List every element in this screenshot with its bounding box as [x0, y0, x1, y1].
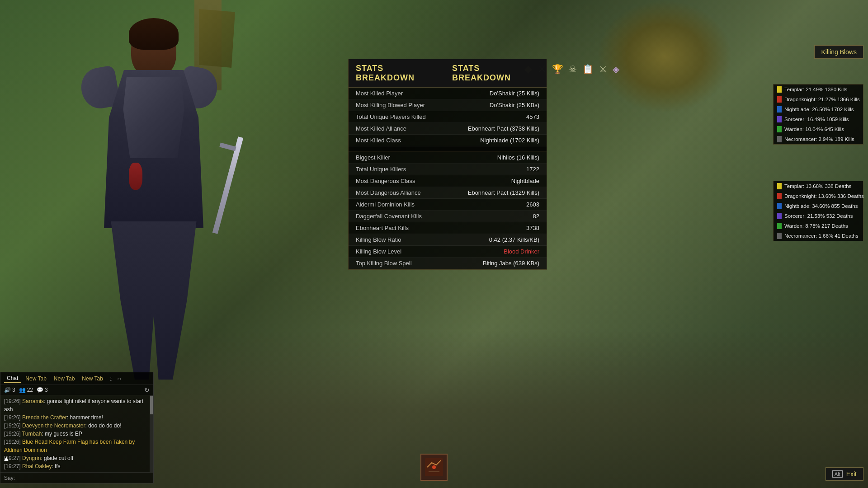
- chat-tab-2[interactable]: New Tab: [51, 375, 77, 383]
- messages-icon: 💬: [37, 387, 43, 393]
- kills-chart-label: Templar: 21.49% 1380 Kills: [784, 87, 847, 92]
- chat-tab-3[interactable]: New Tab: [79, 375, 105, 383]
- kills-chart-color: [777, 86, 782, 93]
- stats-row-label: Top Killing Blow Spell: [356, 260, 412, 267]
- exit-button[interactable]: Alt Exit: [826, 467, 863, 481]
- stats-panel: STATS BREAKDOWN STATS BREAKDOWN Most Kil…: [348, 59, 547, 270]
- chat-status-group-count: 22: [27, 387, 33, 393]
- chat-status-messages-count: 3: [45, 387, 48, 393]
- chat-input[interactable]: [17, 474, 150, 481]
- stats-title-1: STATS BREAKDOWN: [356, 64, 443, 83]
- deaths-chart-label: Templar: 13.68% 338 Deaths: [784, 183, 851, 189]
- stats-row-value: 0.42 (2.37 Kills/KB): [489, 236, 539, 243]
- deaths-chart-row: Necromancer: 1.66% 41 Deaths: [774, 231, 863, 241]
- chat-status-audio: 🔊 3: [4, 387, 15, 393]
- stats-header: STATS BREAKDOWN STATS BREAKDOWN: [349, 59, 547, 88]
- stats-row-value: Ebonheart Pact (3738 Kills): [468, 125, 539, 132]
- stats-row: Ebonheart Pact Kills3738: [349, 222, 547, 234]
- stats-row-value: Nihilos (16 Kills): [497, 154, 539, 161]
- svg-point-1: [432, 465, 436, 469]
- stats-row: Killing Blow LevelBlood Drinker: [349, 246, 547, 258]
- stats-title-2: STATS BREAKDOWN: [452, 64, 539, 83]
- stats-row-value: Ebonheart Pact (1329 Kills): [468, 189, 539, 196]
- chat-panel: Chat New Tab New Tab New Tab ↕ ↔ 🔊 3 👥 2…: [0, 372, 154, 483]
- deaths-chart-row: Warden: 8.78% 217 Deaths: [774, 221, 863, 231]
- chat-tab-chat[interactable]: Chat: [4, 374, 21, 383]
- stats-row-label: Killing Blow Level: [356, 248, 401, 255]
- kills-chart-row: Necromancer: 2.94% 189 Kills: [774, 134, 863, 144]
- chat-scrollbar[interactable]: [150, 395, 153, 472]
- nav-gem-icon[interactable]: ◈: [613, 64, 619, 75]
- chat-tabs: Chat New Tab New Tab New Tab ↕ ↔: [0, 372, 153, 385]
- kills-chart-label: Warden: 10.04% 645 Kills: [784, 127, 844, 132]
- stats-row-label: Biggest Killer: [356, 154, 390, 161]
- kills-chart-rows: Templar: 21.49% 1380 KillsDragonknight: …: [774, 84, 863, 144]
- deaths-chart-label: Dragonknight: 13.60% 336 Deaths: [784, 193, 864, 199]
- chat-message: [19:26] Tumbah: my guess is EP: [4, 430, 150, 438]
- stats-row-value: 3738: [526, 225, 539, 231]
- deaths-chart-label: Warden: 8.78% 217 Deaths: [784, 223, 848, 229]
- deaths-chart-label: Sorcerer: 21.53% 532 Deaths: [784, 213, 853, 219]
- map-thumbnail[interactable]: [420, 454, 448, 481]
- kills-chart-row: Nightblade: 26.50% 1702 Kills: [774, 104, 863, 114]
- stats-row-value: Biting Jabs (639 KBs): [483, 260, 539, 267]
- char-chest-detail: [120, 77, 188, 158]
- stats-row-value: Nightblade (1702 Kills): [480, 137, 539, 144]
- stats-row-label: Most Dangerous Class: [356, 178, 415, 184]
- kills-chart-color: [777, 106, 782, 113]
- kills-chart-row: Warden: 10.04% 645 Kills: [774, 124, 863, 134]
- char-legs: [106, 221, 201, 380]
- deaths-chart-row: Dragonknight: 13.60% 336 Deaths: [774, 191, 863, 201]
- stats-row-value: 82: [533, 213, 539, 220]
- chat-input-row: Say:: [0, 472, 153, 483]
- kills-chart-row: Dragonknight: 21.27% 1366 Kills: [774, 94, 863, 104]
- deaths-chart-panel: Templar: 13.68% 338 DeathsDragonknight: …: [773, 181, 863, 241]
- char-sword: [212, 136, 244, 234]
- chat-tab-1[interactable]: New Tab: [23, 375, 49, 383]
- deaths-chart-row: Templar: 13.68% 338 Deaths: [774, 181, 863, 191]
- stats-row-value: 2603: [526, 201, 539, 208]
- killing-blows-button[interactable]: Killing Blows: [814, 45, 863, 59]
- deaths-chart-rows: Templar: 13.68% 338 DeathsDragonknight: …: [774, 181, 863, 241]
- chat-message: [19:26] Brenda the Crafter: hammer time!: [4, 413, 150, 422]
- kills-chart-row: Templar: 21.49% 1380 Kills: [774, 84, 863, 94]
- deaths-chart-label: Nightblade: 34.60% 855 Deaths: [784, 203, 858, 209]
- deaths-chart-color: [777, 213, 782, 219]
- char-sword-guard: [219, 143, 236, 151]
- deaths-chart-color: [777, 233, 782, 239]
- nav-trophy-icon[interactable]: 🏆: [552, 64, 563, 75]
- stats-row: Top Killing Blow SpellBiting Jabs (639 K…: [349, 258, 547, 269]
- chat-say-label: Say:: [4, 475, 15, 481]
- stats-row-value: Do'Shakir (25 Kills): [490, 90, 539, 97]
- stats-row: Most Killing Blowed PlayerDo'Shakir (25 …: [349, 99, 547, 111]
- chat-nav-next-icon[interactable]: ↔: [116, 375, 123, 382]
- stats-row-label: Ebonheart Pact Kills: [356, 225, 409, 231]
- chat-nav-prev-icon[interactable]: ↕: [109, 375, 113, 382]
- stats-row-label: Most Killing Blowed Player: [356, 102, 425, 108]
- chat-scrollbar-thumb[interactable]: [150, 396, 153, 414]
- nav-skull-icon[interactable]: ☠: [569, 64, 577, 75]
- chat-message: [19:27] Rhal Oakley: ffs: [4, 462, 150, 470]
- deaths-chart-label: Necromancer: 1.66% 41 Deaths: [784, 233, 859, 239]
- mouse-cursor: ▲: [3, 455, 10, 463]
- stats-row-label: Most Killed Alliance: [356, 125, 406, 132]
- chat-messages-list: [19:26] Sarramis: gonna light nikel if a…: [4, 397, 150, 472]
- stats-row: Daggerfall Covenant Kills82: [349, 211, 547, 222]
- nav-scroll-icon[interactable]: 📋: [582, 64, 594, 75]
- deaths-chart-color: [777, 223, 782, 229]
- kills-chart-label: Necromancer: 2.94% 189 Kills: [784, 136, 854, 142]
- kills-chart-color: [777, 126, 782, 132]
- bg-tree: [597, 0, 732, 113]
- kills-chart-color: [777, 136, 782, 142]
- chat-message: [19:26] Daevyen the Necromaster: doo do …: [4, 422, 150, 430]
- stats-row-label: Aldermi Dominion Kills: [356, 201, 415, 208]
- stats-row: Most Killed PlayerDo'Shakir (25 Kills): [349, 88, 547, 99]
- chat-refresh-icon[interactable]: ↻: [144, 386, 150, 394]
- stats-row: Total Unique Players Killed4573: [349, 111, 547, 123]
- nav-sword-icon[interactable]: ⚔: [599, 64, 607, 75]
- stats-row: Total Unique Killers1722: [349, 164, 547, 175]
- kills-chart-color: [777, 116, 782, 122]
- stats-row-value: Do'Shakir (25 KBs): [490, 102, 539, 108]
- stats-rows: Most Killed PlayerDo'Shakir (25 Kills)Mo…: [349, 88, 547, 269]
- exit-label: Exit: [846, 470, 857, 478]
